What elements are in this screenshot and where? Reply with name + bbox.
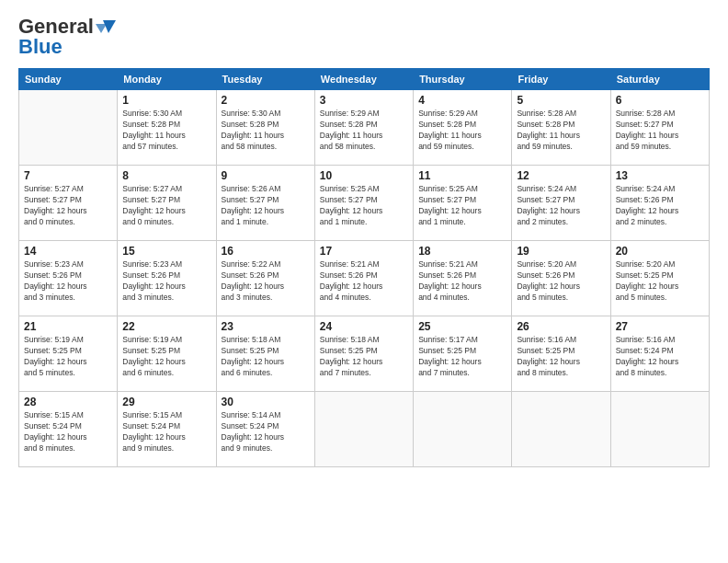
day-info: Sunrise: 5:21 AM Sunset: 5:26 PM Dayligh… (418, 259, 506, 304)
day-info: Sunrise: 5:20 AM Sunset: 5:25 PM Dayligh… (616, 259, 704, 304)
day-number: 12 (517, 169, 605, 182)
day-number: 9 (222, 169, 310, 182)
day-info: Sunrise: 5:16 AM Sunset: 5:24 PM Dayligh… (616, 335, 704, 379)
day-number: 8 (122, 169, 210, 182)
calendar-cell: 13Sunrise: 5:24 AM Sunset: 5:26 PM Dayli… (610, 166, 709, 241)
calendar-cell: 5Sunrise: 5:28 AM Sunset: 5:28 PM Daylig… (512, 90, 610, 166)
calendar-cell: 15Sunrise: 5:23 AM Sunset: 5:26 PM Dayli… (118, 241, 216, 316)
day-info: Sunrise: 5:15 AM Sunset: 5:24 PM Dayligh… (24, 410, 112, 454)
day-info: Sunrise: 5:21 AM Sunset: 5:26 PM Dayligh… (320, 259, 408, 304)
col-header-friday: Friday (512, 69, 610, 90)
day-info: Sunrise: 5:27 AM Sunset: 5:27 PM Dayligh… (122, 184, 210, 228)
day-info: Sunrise: 5:14 AM Sunset: 5:24 PM Dayligh… (222, 410, 310, 454)
calendar: SundayMondayTuesdayWednesdayThursdayFrid… (18, 68, 710, 467)
calendar-cell (314, 392, 413, 467)
day-number: 30 (222, 396, 310, 408)
day-number: 2 (222, 94, 310, 107)
calendar-cell: 19Sunrise: 5:20 AM Sunset: 5:26 PM Dayli… (512, 241, 610, 316)
logo: General Blue (18, 15, 116, 59)
day-number: 3 (320, 94, 408, 107)
day-number: 20 (616, 245, 704, 258)
col-header-thursday: Thursday (414, 69, 512, 90)
day-info: Sunrise: 5:30 AM Sunset: 5:28 PM Dayligh… (222, 109, 310, 153)
col-header-wednesday: Wednesday (314, 69, 413, 90)
day-info: Sunrise: 5:25 AM Sunset: 5:27 PM Dayligh… (418, 184, 506, 228)
calendar-cell: 28Sunrise: 5:15 AM Sunset: 5:24 PM Dayli… (19, 392, 118, 467)
day-info: Sunrise: 5:28 AM Sunset: 5:28 PM Dayligh… (517, 109, 605, 153)
calendar-cell: 23Sunrise: 5:18 AM Sunset: 5:25 PM Dayli… (216, 316, 314, 392)
day-info: Sunrise: 5:23 AM Sunset: 5:26 PM Dayligh… (122, 259, 210, 304)
day-number: 25 (418, 320, 506, 333)
day-number: 5 (517, 94, 605, 107)
calendar-cell: 14Sunrise: 5:23 AM Sunset: 5:26 PM Dayli… (19, 241, 118, 316)
day-number: 24 (320, 320, 408, 333)
col-header-tuesday: Tuesday (216, 69, 314, 90)
day-info: Sunrise: 5:18 AM Sunset: 5:25 PM Dayligh… (320, 335, 408, 379)
calendar-cell: 27Sunrise: 5:16 AM Sunset: 5:24 PM Dayli… (610, 316, 709, 392)
day-number: 19 (517, 245, 605, 258)
calendar-cell: 2Sunrise: 5:30 AM Sunset: 5:28 PM Daylig… (216, 90, 314, 166)
day-info: Sunrise: 5:17 AM Sunset: 5:25 PM Dayligh… (418, 335, 506, 379)
calendar-cell: 10Sunrise: 5:25 AM Sunset: 5:27 PM Dayli… (314, 166, 413, 241)
calendar-cell: 8Sunrise: 5:27 AM Sunset: 5:27 PM Daylig… (118, 166, 216, 241)
day-info: Sunrise: 5:19 AM Sunset: 5:25 PM Dayligh… (122, 335, 210, 379)
day-info: Sunrise: 5:25 AM Sunset: 5:27 PM Dayligh… (320, 184, 408, 228)
day-number: 27 (616, 320, 704, 333)
day-info: Sunrise: 5:19 AM Sunset: 5:25 PM Dayligh… (24, 335, 112, 379)
day-number: 22 (122, 320, 210, 333)
col-header-monday: Monday (118, 69, 216, 90)
day-info: Sunrise: 5:29 AM Sunset: 5:28 PM Dayligh… (320, 109, 408, 153)
day-number: 14 (24, 245, 112, 258)
calendar-cell: 4Sunrise: 5:29 AM Sunset: 5:28 PM Daylig… (414, 90, 512, 166)
day-number: 4 (418, 94, 506, 107)
calendar-cell (512, 392, 610, 467)
day-number: 6 (616, 94, 704, 107)
day-number: 10 (320, 169, 408, 182)
calendar-cell: 29Sunrise: 5:15 AM Sunset: 5:24 PM Dayli… (118, 392, 216, 467)
day-info: Sunrise: 5:23 AM Sunset: 5:26 PM Dayligh… (24, 259, 112, 304)
svg-marker-1 (96, 24, 107, 33)
day-number: 29 (122, 396, 210, 408)
day-number: 26 (517, 320, 605, 333)
day-info: Sunrise: 5:18 AM Sunset: 5:25 PM Dayligh… (222, 335, 310, 379)
calendar-cell: 17Sunrise: 5:21 AM Sunset: 5:26 PM Dayli… (314, 241, 413, 316)
day-info: Sunrise: 5:29 AM Sunset: 5:28 PM Dayligh… (418, 109, 506, 153)
calendar-cell: 9Sunrise: 5:26 AM Sunset: 5:27 PM Daylig… (216, 166, 314, 241)
day-info: Sunrise: 5:26 AM Sunset: 5:27 PM Dayligh… (222, 184, 310, 228)
day-number: 11 (418, 169, 506, 182)
calendar-cell: 1Sunrise: 5:30 AM Sunset: 5:28 PM Daylig… (118, 90, 216, 166)
day-number: 21 (24, 320, 112, 333)
day-number: 17 (320, 245, 408, 258)
logo-blue: Blue (18, 35, 63, 59)
day-number: 28 (24, 396, 112, 408)
calendar-cell: 26Sunrise: 5:16 AM Sunset: 5:25 PM Dayli… (512, 316, 610, 392)
calendar-cell: 30Sunrise: 5:14 AM Sunset: 5:24 PM Dayli… (216, 392, 314, 467)
day-info: Sunrise: 5:24 AM Sunset: 5:27 PM Dayligh… (517, 184, 605, 228)
calendar-cell: 24Sunrise: 5:18 AM Sunset: 5:25 PM Dayli… (314, 316, 413, 392)
calendar-cell: 12Sunrise: 5:24 AM Sunset: 5:27 PM Dayli… (512, 166, 610, 241)
calendar-cell: 11Sunrise: 5:25 AM Sunset: 5:27 PM Dayli… (414, 166, 512, 241)
day-number: 23 (222, 320, 310, 333)
day-info: Sunrise: 5:28 AM Sunset: 5:27 PM Dayligh… (616, 109, 704, 153)
calendar-cell (610, 392, 709, 467)
logo-icon (96, 18, 116, 35)
day-info: Sunrise: 5:24 AM Sunset: 5:26 PM Dayligh… (616, 184, 704, 228)
day-info: Sunrise: 5:16 AM Sunset: 5:25 PM Dayligh… (517, 335, 605, 379)
day-number: 1 (122, 94, 210, 107)
day-number: 7 (24, 169, 112, 182)
calendar-cell: 16Sunrise: 5:22 AM Sunset: 5:26 PM Dayli… (216, 241, 314, 316)
day-info: Sunrise: 5:22 AM Sunset: 5:26 PM Dayligh… (222, 259, 310, 304)
calendar-cell: 6Sunrise: 5:28 AM Sunset: 5:27 PM Daylig… (610, 90, 709, 166)
col-header-sunday: Sunday (19, 69, 118, 90)
col-header-saturday: Saturday (610, 69, 709, 90)
calendar-cell: 3Sunrise: 5:29 AM Sunset: 5:28 PM Daylig… (314, 90, 413, 166)
calendar-cell: 25Sunrise: 5:17 AM Sunset: 5:25 PM Dayli… (414, 316, 512, 392)
day-info: Sunrise: 5:20 AM Sunset: 5:26 PM Dayligh… (517, 259, 605, 304)
day-info: Sunrise: 5:30 AM Sunset: 5:28 PM Dayligh… (122, 109, 210, 153)
calendar-cell: 18Sunrise: 5:21 AM Sunset: 5:26 PM Dayli… (414, 241, 512, 316)
day-info: Sunrise: 5:15 AM Sunset: 5:24 PM Dayligh… (122, 410, 210, 454)
calendar-cell (19, 90, 118, 166)
day-info: Sunrise: 5:27 AM Sunset: 5:27 PM Dayligh… (24, 184, 112, 228)
calendar-cell (414, 392, 512, 467)
day-number: 16 (222, 245, 310, 258)
